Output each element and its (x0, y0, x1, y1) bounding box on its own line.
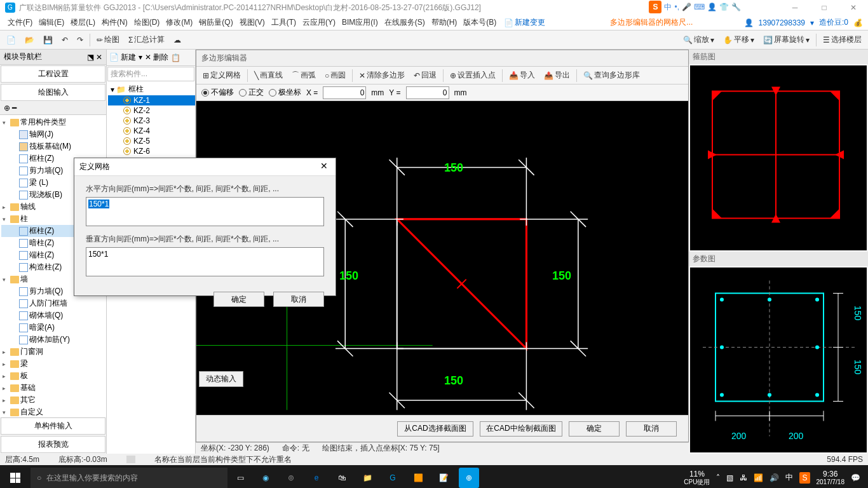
undo-button[interactable]: ↶ 回退 (411, 69, 439, 82)
ime-keyboard-icon[interactable]: ⌨ (694, 3, 705, 11)
menu-component[interactable]: 构件(N) (99, 16, 130, 29)
menu-view[interactable]: 视图(V) (237, 16, 268, 29)
export-button[interactable]: 📤 导出 (541, 69, 573, 82)
draw-circle-button[interactable]: ○ 画圆 (322, 69, 348, 82)
menu-tool[interactable]: 工具(T) (269, 16, 299, 29)
report-preview-button[interactable]: 报表预览 (1, 436, 105, 453)
ime-punct-icon[interactable]: •, (674, 3, 679, 11)
tray-gpu-icon[interactable]: ▧ (726, 473, 733, 482)
open-file-icon[interactable]: 📂 (22, 34, 37, 46)
new-file-icon[interactable]: 📄 (4, 34, 18, 46)
tray-wifi-icon[interactable]: 📶 (754, 473, 763, 482)
menu-help[interactable]: 帮助(H) (429, 16, 460, 29)
menu-modify[interactable]: 修改(M) (163, 16, 195, 29)
start-button[interactable] (0, 465, 31, 488)
redo-icon[interactable]: ↷ (74, 34, 86, 46)
dialog-cancel-button[interactable]: 取消 (273, 292, 324, 307)
horizontal-input[interactable]: 150*1 (86, 197, 324, 226)
task-view-icon[interactable]: ▭ (227, 465, 253, 488)
param-canvas[interactable]: 150 150 200 200 (690, 268, 867, 452)
cloud-check-icon[interactable]: ☁ (171, 34, 184, 46)
menu-version[interactable]: 版本号(B) (461, 16, 499, 29)
tray-vol-icon[interactable]: 🔊 (770, 473, 779, 482)
ime-mic-icon[interactable]: 🎤 (682, 3, 691, 11)
draw-input-button[interactable]: 绘图输入 (1, 84, 105, 101)
single-input-button[interactable]: 单构件输入 (1, 417, 105, 435)
select-from-cad-button[interactable]: 从CAD选择截面图 (397, 421, 473, 437)
store-icon[interactable]: 🛍 (329, 465, 355, 488)
menu-online[interactable]: 在线服务(S) (382, 16, 428, 29)
dialog-close-button[interactable]: ✕ (318, 161, 330, 173)
copy-icon[interactable]: 📋 (171, 53, 180, 62)
edge-icon[interactable]: e (304, 465, 329, 488)
zoom-button[interactable]: 🔍 缩放 ▾ (681, 33, 717, 46)
delete-component-button[interactable]: ✕ 删除 (145, 52, 168, 63)
insert-point-button[interactable]: ⊕ 设置插入点 (447, 69, 498, 82)
explorer-icon[interactable]: 📁 (355, 465, 380, 488)
close-button[interactable]: ✕ (839, 0, 868, 15)
app-icon: G (5, 3, 15, 13)
cortana-search[interactable]: ○在这里输入你要搜索的内容 (31, 468, 227, 488)
vertical-input[interactable]: 150*1 (86, 247, 324, 276)
draw-button[interactable]: ✏ 绘图 (94, 33, 122, 46)
sogou-ime-bar[interactable]: S 中 •, 🎤 ⌨ 👤 👕 🔧 68 (649, 0, 741, 14)
y-input[interactable] (406, 86, 449, 99)
tray-ime[interactable]: 中 (785, 472, 793, 483)
ime-skin-icon[interactable]: 👕 (719, 3, 729, 11)
task-app-4[interactable]: 🟧 (405, 465, 431, 488)
notifications-icon[interactable]: 💬 (851, 473, 860, 482)
undo-icon[interactable]: ↶ (59, 34, 71, 46)
pin-icon[interactable]: ⬔ ✕ (87, 53, 102, 62)
task-app-5[interactable]: 📝 (431, 465, 456, 488)
sum-button[interactable]: Σ 汇总计算 (126, 33, 167, 46)
radio-polar[interactable]: 极坐标 (269, 87, 301, 98)
task-app-1[interactable]: ◉ (253, 465, 278, 488)
ime-user-icon[interactable]: 👤 (707, 3, 717, 11)
pan-button[interactable]: ✋ 平移 ▾ (721, 33, 757, 46)
system-tray[interactable]: 11%CPU使用 ˄ ▧ 🖧 📶 🔊 中 S 9:362017/7/18 💬 (684, 470, 868, 486)
import-button[interactable]: 📥 导入 (506, 69, 538, 82)
tray-sogou-icon[interactable]: S (799, 472, 810, 484)
task-app-2[interactable]: ⊚ (278, 465, 304, 488)
select-floor-button[interactable]: ☰ 选择楼层 (820, 33, 864, 46)
dialog-ok-button[interactable]: 确定 (214, 292, 264, 307)
tray-net-icon[interactable]: 🖧 (740, 473, 747, 482)
maximize-button[interactable]: □ (810, 0, 839, 15)
account-number[interactable]: 13907298339 (759, 18, 805, 27)
radio-ortho[interactable]: 正交 (239, 87, 264, 98)
tray-up-icon[interactable]: ˄ (716, 473, 720, 482)
new-change-button[interactable]: 新建变更 (515, 17, 545, 28)
draw-arc-button[interactable]: ⌒ 画弧 (289, 69, 318, 82)
editor-ok-button[interactable]: 确定 (569, 421, 620, 437)
clear-polygon-button[interactable]: ✕ 清除多边形 (356, 69, 407, 82)
project-settings-button[interactable]: 工程设置 (1, 65, 105, 83)
minimize-button[interactable]: ─ (780, 0, 810, 15)
dynamic-input-button[interactable]: 动态输入 (199, 371, 243, 387)
draw-in-cad-button[interactable]: 在CAD中绘制截面图 (480, 421, 562, 437)
menu-rebar[interactable]: 钢筋量(Q) (196, 16, 235, 29)
rotate-button[interactable]: 🔄 屏幕旋转 ▾ (761, 33, 812, 46)
menu-cloud[interactable]: 云应用(Y) (300, 16, 338, 29)
menu-floor[interactable]: 楼层(L) (68, 16, 98, 29)
menu-file[interactable]: 文件(F) (5, 16, 35, 29)
task-app-3[interactable]: G (380, 465, 405, 488)
ime-lang[interactable]: 中 (664, 2, 672, 13)
x-input[interactable] (323, 86, 366, 99)
radio-no-offset[interactable]: 不偏移 (201, 87, 234, 98)
task-app-6[interactable]: ⊕ (459, 468, 479, 488)
stirrup-canvas[interactable] (690, 65, 867, 250)
draw-line-button[interactable]: ╲ 画直线 (252, 69, 285, 82)
svg-marker-32 (830, 209, 839, 219)
define-grid-button[interactable]: ⊞ 定义网格 (200, 69, 243, 82)
search-component-input[interactable]: 搜索构件... (107, 67, 194, 81)
menu-draw[interactable]: 绘图(D) (132, 16, 163, 29)
new-component-button[interactable]: 📄 新建 ▾ (109, 52, 142, 63)
query-lib-button[interactable]: 🔍 查询多边形库 (581, 69, 642, 82)
menu-bim[interactable]: BIM应用(I) (339, 16, 381, 29)
save-icon[interactable]: 💾 (41, 34, 55, 46)
editor-cancel-button[interactable]: 取消 (626, 421, 677, 437)
credit-icon[interactable]: 💰 (853, 18, 863, 27)
ime-tool-icon[interactable]: 🔧 (731, 3, 741, 11)
windows-taskbar[interactable]: ○在这里输入你要搜索的内容 ▭ ◉ ⊚ e 🛍 📁 G 🟧 📝 ⊕ 11%CPU… (0, 465, 868, 488)
menu-edit[interactable]: 编辑(E) (36, 16, 67, 29)
